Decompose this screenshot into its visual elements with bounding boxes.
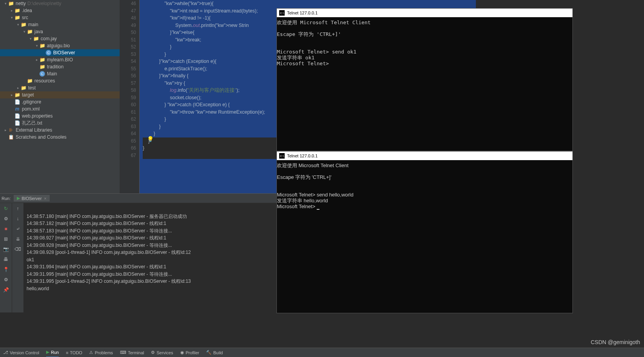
console-line: 14:38:57.180 [main] INFO com.jay.atguigu… [27,213,273,220]
capture-icon[interactable]: 📷 [2,245,10,253]
tree-node-mylearn-bio[interactable]: ▸📁mylearn.BIO [0,56,120,63]
tree-node-scratches-and-consoles[interactable]: 📋Scratches and Consoles [0,134,120,141]
services-icon: ⚙ [151,350,155,355]
tree-node-test[interactable]: ▸📁test [0,84,120,91]
tree-node-src[interactable]: ▾📁src [0,14,120,21]
tree-node-atguigu-bio[interactable]: ▾📁atguigu.bio [0,42,120,49]
settings-icon[interactable]: ⚙ [2,276,10,284]
push-icon[interactable]: 📌 [2,286,10,294]
statusbar-run[interactable]: ▶Run [46,348,59,357]
run-icon: ▶ [46,350,49,355]
cmd-icon: C:\ [279,153,285,159]
scroll-icon[interactable]: ⇊ [14,235,22,243]
watermark: CSDN @geminigoth [591,339,640,345]
tree-node-netty[interactable]: ▾📁netty D:\develop\netty [0,0,120,7]
editor-gutter: 4647484950515253545556575859606162636465… [120,0,140,193]
statusbar-services[interactable]: ⚙Services [151,350,173,355]
version control-icon: ⎇ [3,350,8,355]
statusbar-todo[interactable]: ≡TODO [66,350,82,355]
close-icon[interactable]: × [44,196,47,201]
console-line: 14:39:08.928 [main] INFO com.jay.atguigu… [27,242,273,249]
tree-node-com-jay[interactable]: ▾📁com.jay [0,35,120,42]
wrap-icon[interactable]: ⤶ [14,225,22,233]
console-line: 14:38:57.183 [main] INFO com.jay.atguigu… [27,227,273,235]
down-icon[interactable]: ↓ [14,215,22,223]
run-label: Run: [2,196,11,201]
tree-node-tradition[interactable]: 📁tradition [0,63,120,70]
tree-node--gitignore[interactable]: 📄.gitignore [0,98,120,105]
console-line: ok1 [27,256,273,264]
terminal-icon: ⌨ [120,350,126,355]
tree-node-pom-xml[interactable]: mpom.xml [0,105,120,112]
tree-node-bioserver[interactable]: CBIOServer [0,49,120,56]
telnet-title-2[interactable]: C:\ Telnet 127.0.0.1 [277,152,572,160]
todo-icon: ≡ [66,350,68,355]
project-tree[interactable]: ▾📁netty D:\develop\netty▸📁.idea▾📁src▾📁ma… [0,0,120,141]
print-icon[interactable]: 🖶 [2,255,10,263]
telnet-body-2[interactable]: 欢迎使用 Microsoft Telnet Client Escape 字符为 … [277,160,572,212]
telnet-body-1[interactable]: 欢迎使用 Microsoft Telnet Client Escape 字符为 … [277,17,572,69]
telnet-window-1[interactable]: C:\ Telnet 127.0.0.1 欢迎使用 Microsoft Teln… [276,8,573,151]
console-line: 14:39:08.927 [main] INFO com.jay.atguigu… [27,234,273,242]
console-line: 14:38:57.182 [main] INFO com.jay.atguigu… [27,220,273,227]
console-line: 14:39:31.994 [main] INFO com.jay.atguigu… [27,263,273,271]
tree-node-web-properties[interactable]: 📄web.properties [0,112,120,120]
console-output[interactable]: 14:38:57.180 [main] INFO com.jay.atguigu… [23,203,276,312]
tree-node-target[interactable]: ▸📁target [0,91,120,98]
play-icon: ▶ [17,196,20,201]
console-line: 14:39:08.928 [pool-1-thread-1] INFO com.… [27,249,273,256]
stop-icon[interactable]: ■ [2,225,10,233]
console-line: 14:39:31.995 [main] INFO com.jay.atguigu… [27,271,273,278]
run-tab[interactable]: ▶ BIOServer × [14,195,50,202]
telnet-title-1[interactable]: C:\ Telnet 127.0.0.1 [277,9,572,17]
tree-node--idea[interactable]: ▸📁.idea [0,7,120,14]
cmd-icon: C:\ [279,10,285,16]
telnet-window-2[interactable]: C:\ Telnet 127.0.0.1 欢迎使用 Microsoft Teln… [276,151,573,313]
tree-node-java[interactable]: ▾📁java [0,28,120,35]
console-line: hello,world [27,285,273,293]
pin-icon[interactable]: 📍 [2,266,10,273]
statusbar-terminal[interactable]: ⌨Terminal [120,350,144,355]
cursor [317,209,319,210]
up-icon[interactable]: ↑ [14,205,22,212]
tree-node-main[interactable]: ▾📁main [0,21,120,28]
statusbar-profiler[interactable]: ◉Profiler [180,350,199,355]
statusbar-problems[interactable]: ⚠Problems [89,350,113,355]
rerun-icon[interactable]: ↻ [2,205,10,212]
tree-node-main[interactable]: CMain [0,70,120,77]
build-icon: 🔨 [206,350,212,355]
statusbar-build[interactable]: 🔨Build [206,350,222,355]
run-sidebar-right: ↑ ↓ ⤶ ⇊ ⌫ [12,203,23,312]
blurred-line [27,205,273,213]
tree-node-external-libraries[interactable]: ▸⊪External Libraries [0,127,120,134]
clear-icon[interactable]: ⌫ [14,245,22,253]
tree-node-----txt[interactable]: 📄孔乙己.txt [0,120,120,127]
problems-icon: ⚠ [89,350,93,355]
tree-node-resources[interactable]: 📁resources [0,77,120,84]
profiler-icon: ◉ [180,350,184,355]
lightbulb-icon[interactable]: 💡 [147,136,154,142]
run-header: Run: ▶ BIOServer × [0,194,276,203]
run-icon[interactable]: ⚙ [2,215,10,223]
run-tool-window: Run: ▶ BIOServer × ↻ ⚙ ■ ⊞ 📷 🖶 📍 ⚙ 📌 ↑ ↓… [0,193,276,312]
status-bar: ⎇Version Control▶Run≡TODO⚠Problems⌨Termi… [0,348,644,357]
statusbar-version-control[interactable]: ⎇Version Control [3,350,39,355]
layout-icon[interactable]: ⊞ [2,235,10,243]
project-tree-panel: ▾📁netty D:\develop\netty▸📁.idea▾📁src▾📁ma… [0,0,120,193]
console-line: 14:39:31.995 [pool-1-thread-2] INFO com.… [27,278,273,285]
run-sidebar-left: ↻ ⚙ ■ ⊞ 📷 🖶 📍 ⚙ 📌 [0,203,12,312]
